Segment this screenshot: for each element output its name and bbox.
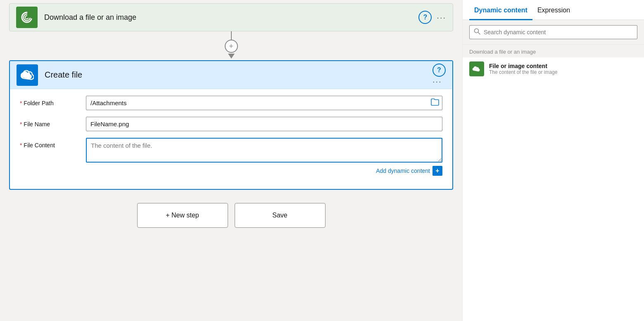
file-content-required: * <box>20 142 22 149</box>
folder-path-input[interactable] <box>86 96 442 110</box>
folder-path-input-container <box>86 96 442 110</box>
connector-arrow <box>228 54 235 59</box>
add-dynamic-label: Add dynamic content <box>376 168 430 174</box>
folder-browse-button[interactable] <box>431 98 439 108</box>
create-card-title: Create file <box>45 70 433 80</box>
dynamic-item-cloud-icon <box>472 64 481 73</box>
create-file-header: Create file ? ··· <box>10 61 452 89</box>
file-content-label: * File Content <box>20 138 86 149</box>
dynamic-item-text: File or image content The content of the… <box>489 63 557 75</box>
dynamic-item-desc: The content of the file or image <box>489 69 557 75</box>
panel-tabs: Dynamic content Expression <box>463 0 644 20</box>
file-name-label-text: File Name <box>24 121 50 127</box>
tab-dynamic-content[interactable]: Dynamic content <box>469 0 532 20</box>
file-name-row: * File Name <box>20 117 442 131</box>
file-content-label-text: File Content <box>24 142 55 149</box>
step-connector: + <box>225 31 238 60</box>
file-content-input-container: Add dynamic content + <box>86 138 442 176</box>
new-step-button[interactable]: + New step <box>137 203 228 228</box>
search-box <box>469 25 637 39</box>
download-card: Download a file or an image ? ··· <box>9 3 453 31</box>
download-card-title: Download a file or an image <box>44 13 418 22</box>
panel-section-label: Download a file or an image <box>463 45 644 57</box>
folder-path-label-text: Folder Path <box>24 100 53 106</box>
search-input[interactable] <box>484 29 633 35</box>
download-help-button[interactable]: ? <box>418 11 432 24</box>
create-card-body: * Folder Path * File Name <box>10 89 452 189</box>
file-name-input[interactable] <box>86 117 442 131</box>
file-content-row: * File Content Add dynamic content + <box>20 138 442 176</box>
download-card-actions: ? ··· <box>418 11 446 24</box>
add-step-button[interactable]: + <box>225 40 238 53</box>
add-dynamic-row: Add dynamic content + <box>86 166 442 176</box>
folder-path-label: * Folder Path <box>20 96 86 106</box>
dynamic-item-icon <box>469 61 484 76</box>
create-card-actions: ? ··· <box>433 64 446 86</box>
spiral-icon <box>20 11 33 24</box>
folder-path-required: * <box>20 100 22 106</box>
add-dynamic-button[interactable]: Add dynamic content + <box>376 166 442 176</box>
dynamic-content-item[interactable]: File or image content The content of the… <box>463 57 644 80</box>
folder-icon <box>431 98 439 106</box>
bottom-actions: + New step Save <box>137 203 326 228</box>
panel-search-area <box>463 20 644 45</box>
file-name-input-container <box>86 117 442 131</box>
dynamic-item-title: File or image content <box>489 63 557 69</box>
svg-line-1 <box>478 33 480 35</box>
download-card-icon <box>16 7 38 28</box>
file-name-required: * <box>20 121 22 127</box>
connector-line-top <box>231 31 232 40</box>
create-help-button[interactable]: ? <box>433 64 446 77</box>
create-card-icon <box>17 64 38 86</box>
right-panel: Dynamic content Expression Download a fi… <box>462 0 644 321</box>
save-button[interactable]: Save <box>235 203 326 228</box>
tab-expression[interactable]: Expression <box>532 0 575 20</box>
download-more-button[interactable]: ··· <box>437 13 446 22</box>
create-more-button[interactable]: ··· <box>433 77 442 86</box>
cloud-icon <box>21 69 34 81</box>
search-icon <box>474 28 480 36</box>
folder-path-row: * Folder Path <box>20 96 442 110</box>
file-content-input[interactable] <box>86 138 442 163</box>
plus-icon: + <box>229 42 233 51</box>
file-name-label: * File Name <box>20 117 86 127</box>
add-dynamic-plus-icon: + <box>433 166 442 176</box>
create-file-card: Create file ? ··· * Folder Path <box>9 60 453 190</box>
